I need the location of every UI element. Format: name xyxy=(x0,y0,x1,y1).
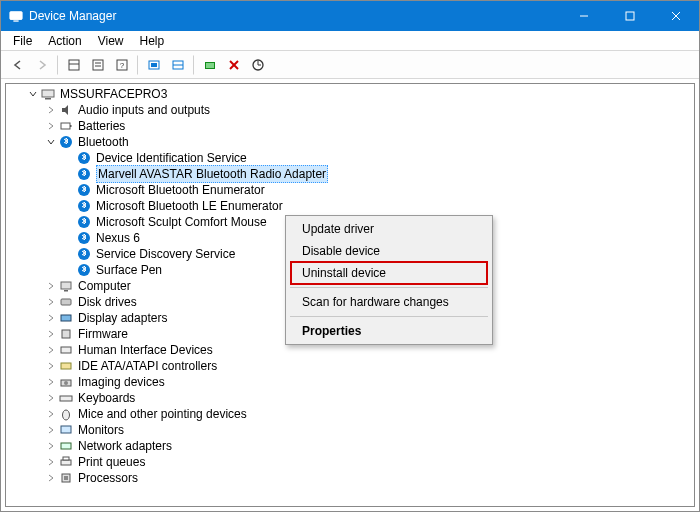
tree-label: Marvell AVASTAR Bluetooth Radio Adapter xyxy=(96,165,328,183)
svg-rect-38 xyxy=(61,315,71,321)
menu-help[interactable]: Help xyxy=(132,32,173,50)
network-icon xyxy=(58,438,74,454)
chevron-right-icon[interactable] xyxy=(44,425,58,435)
chevron-right-icon[interactable] xyxy=(44,297,58,307)
svg-rect-23 xyxy=(45,98,51,100)
tree-label: Microsoft Bluetooth LE Enumerator xyxy=(96,198,283,214)
uninstall-device-button[interactable] xyxy=(223,54,245,76)
battery-icon xyxy=(58,118,74,134)
tree-category-monitors[interactable]: Monitors xyxy=(8,422,694,438)
ctx-update-driver[interactable]: Update driver xyxy=(288,218,490,240)
tree-root[interactable]: MSSURFACEPRO3 xyxy=(8,86,694,102)
title-bar[interactable]: Device Manager xyxy=(1,1,699,31)
tree-label: Microsoft Bluetooth Enumerator xyxy=(96,182,265,198)
tree-category-batteries[interactable]: Batteries xyxy=(8,118,694,134)
scan-hardware-button[interactable] xyxy=(247,54,269,76)
svg-rect-35 xyxy=(61,282,71,289)
chevron-right-icon[interactable] xyxy=(44,329,58,339)
tree-label: IDE ATA/ATAPI controllers xyxy=(78,358,217,374)
tree-category-imaging[interactable]: Imaging devices xyxy=(8,374,694,390)
tree-label: Microsoft Sculpt Comfort Mouse xyxy=(96,214,267,230)
tree-item-bt-leenum[interactable]: Microsoft Bluetooth LE Enumerator xyxy=(8,198,694,214)
chevron-down-icon[interactable] xyxy=(26,89,40,99)
monitor-icon xyxy=(58,422,74,438)
menu-file[interactable]: File xyxy=(5,32,40,50)
chevron-right-icon[interactable] xyxy=(44,441,58,451)
ctx-uninstall-device[interactable]: Uninstall device xyxy=(288,262,490,284)
chevron-right-icon[interactable] xyxy=(44,345,58,355)
maximize-button[interactable] xyxy=(607,1,653,31)
tree-category-ide[interactable]: IDE ATA/ATAPI controllers xyxy=(8,358,694,374)
bluetooth-icon xyxy=(76,182,92,198)
device-manager-window: Device Manager File Action View Help ? xyxy=(0,0,700,512)
tree-item-bt-enum[interactable]: Microsoft Bluetooth Enumerator xyxy=(8,182,694,198)
close-button[interactable] xyxy=(653,1,699,31)
tree-label: Computer xyxy=(78,278,131,294)
tree-label: Display adapters xyxy=(78,310,167,326)
minimize-button[interactable] xyxy=(561,1,607,31)
chevron-right-icon[interactable] xyxy=(44,409,58,419)
tree-label: Disk drives xyxy=(78,294,137,310)
svg-rect-44 xyxy=(60,396,72,401)
menu-bar: File Action View Help xyxy=(1,31,699,51)
menu-view[interactable]: View xyxy=(90,32,132,50)
ctx-properties[interactable]: Properties xyxy=(288,320,490,342)
tree-category-keyboards[interactable]: Keyboards xyxy=(8,390,694,406)
tree-category-bluetooth[interactable]: Bluetooth xyxy=(8,134,694,150)
tree-category-processors[interactable]: Processors xyxy=(8,470,694,486)
hid-icon xyxy=(58,342,74,358)
keyboard-icon xyxy=(58,390,74,406)
chevron-right-icon[interactable] xyxy=(44,457,58,467)
svg-rect-3 xyxy=(626,12,634,20)
ctx-separator xyxy=(290,287,488,288)
tree-category-audio[interactable]: Audio inputs and outputs xyxy=(8,102,694,118)
tree-category-mice[interactable]: Mice and other pointing devices xyxy=(8,406,694,422)
chevron-right-icon[interactable] xyxy=(44,105,58,115)
chevron-right-icon[interactable] xyxy=(44,473,58,483)
bluetooth-icon xyxy=(76,230,92,246)
tree-root-label: MSSURFACEPRO3 xyxy=(60,86,167,102)
forward-button[interactable] xyxy=(31,54,53,76)
tree-category-printqueues[interactable]: Print queues xyxy=(8,454,694,470)
update-driver-button[interactable] xyxy=(199,54,221,76)
properties-button[interactable] xyxy=(87,54,109,76)
tree-item-bt-dis[interactable]: Device Identification Service xyxy=(8,150,694,166)
svg-rect-46 xyxy=(61,426,71,433)
back-button[interactable] xyxy=(7,54,29,76)
tree-label: Bluetooth xyxy=(78,134,129,150)
tree-label: Mice and other pointing devices xyxy=(78,406,247,422)
tree-category-network[interactable]: Network adapters xyxy=(8,438,694,454)
chevron-right-icon[interactable] xyxy=(44,121,58,131)
tree-label: Device Identification Service xyxy=(96,150,247,166)
gpu-icon xyxy=(58,310,74,326)
bluetooth-icon xyxy=(76,150,92,166)
svg-rect-1 xyxy=(13,20,18,21)
chevron-right-icon[interactable] xyxy=(44,281,58,291)
chevron-right-icon[interactable] xyxy=(44,361,58,371)
menu-action[interactable]: Action xyxy=(40,32,89,50)
toolbar-separator xyxy=(193,55,195,75)
svg-rect-24 xyxy=(61,123,70,129)
ctx-scan-hardware[interactable]: Scan for hardware changes xyxy=(288,291,490,313)
svg-rect-37 xyxy=(61,299,71,305)
svg-point-45 xyxy=(63,410,70,420)
tree-item-bt-marvell[interactable]: Marvell AVASTAR Bluetooth Radio Adapter xyxy=(8,166,694,182)
content-area: MSSURFACEPRO3 Audio inputs and outputs B… xyxy=(1,79,699,511)
show-hide-tree-button[interactable] xyxy=(63,54,85,76)
tree-label: Service Discovery Service xyxy=(96,246,235,262)
chevron-right-icon[interactable] xyxy=(44,377,58,387)
chevron-right-icon[interactable] xyxy=(44,313,58,323)
view-devices-by-type-button[interactable] xyxy=(143,54,165,76)
disk-icon xyxy=(58,294,74,310)
ctx-disable-device[interactable]: Disable device xyxy=(288,240,490,262)
chevron-right-icon[interactable] xyxy=(44,393,58,403)
bluetooth-icon xyxy=(76,166,92,182)
chevron-down-icon[interactable] xyxy=(44,137,58,147)
tree-label: Firmware xyxy=(78,326,128,342)
view-devices-by-connection-button[interactable] xyxy=(167,54,189,76)
computer-icon xyxy=(40,86,56,102)
svg-text:?: ? xyxy=(120,61,125,70)
svg-rect-22 xyxy=(42,90,54,97)
help-button[interactable]: ? xyxy=(111,54,133,76)
svg-rect-36 xyxy=(64,290,68,292)
